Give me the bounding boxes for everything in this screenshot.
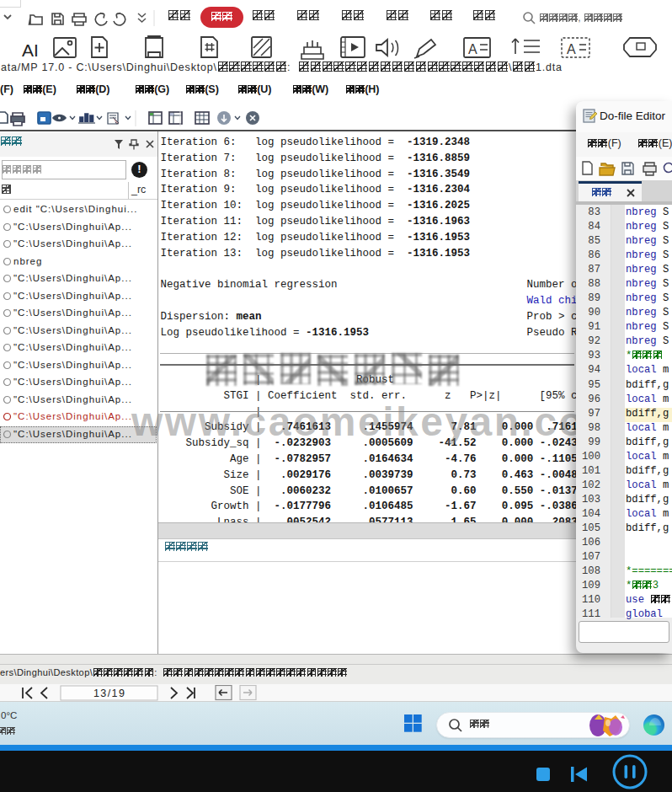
svg-text:A: A: [468, 42, 477, 56]
svg-text:A: A: [567, 42, 576, 56]
svg-text:AI: AI: [22, 40, 39, 60]
svg-text:13/19: 13/19: [93, 688, 125, 699]
